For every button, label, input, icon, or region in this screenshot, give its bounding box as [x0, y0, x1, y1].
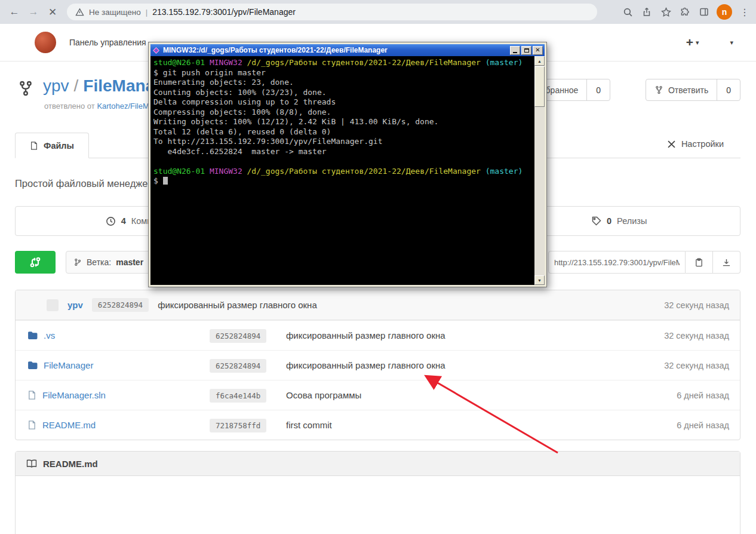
- repo-owner-link[interactable]: ypv: [43, 76, 69, 95]
- minimize-button[interactable]: [510, 46, 520, 55]
- commit-sha-badge[interactable]: 6252824894: [210, 329, 266, 343]
- file-link[interactable]: FileManager.sln: [42, 390, 106, 400]
- tag-icon: [592, 216, 601, 226]
- chevron-down-icon: ▾: [696, 39, 699, 47]
- commit-message[interactable]: фиксированный размер главного окна: [286, 330, 664, 340]
- minimize-icon: [513, 52, 517, 53]
- browser-menu-icon[interactable]: ⋮: [738, 5, 751, 19]
- commit-message[interactable]: Осова программы: [286, 390, 677, 400]
- terminal-titlebar[interactable]: MINGW32:/d/_gogs/Работы студентов/2021-2…: [150, 44, 545, 56]
- git-compare-icon: [29, 256, 41, 268]
- scroll-up-icon[interactable]: ▲: [534, 56, 545, 66]
- create-new-button[interactable]: + ▾: [686, 35, 699, 50]
- bookmark-star-icon[interactable]: [659, 5, 672, 19]
- compare-button[interactable]: [15, 251, 56, 274]
- scrollbar-thumb[interactable]: [534, 66, 545, 107]
- terminal-scrollbar[interactable]: ▲ ▼: [534, 56, 545, 285]
- maximize-button[interactable]: [521, 46, 531, 55]
- blank-line: [153, 156, 531, 167]
- table-row: FileManager 6252824894 фиксированный раз…: [16, 350, 740, 380]
- file-icon: [27, 421, 36, 429]
- commit-age: 6 дней назад: [677, 391, 740, 400]
- back-icon[interactable]: ←: [5, 6, 24, 18]
- msys-icon: [152, 47, 160, 54]
- clone-url-input[interactable]: [548, 251, 686, 274]
- fork-icon: [654, 85, 663, 94]
- repo-description: Простой файловый менеджер: [15, 178, 153, 189]
- file-link[interactable]: .vs: [44, 330, 55, 340]
- plus-icon: +: [686, 35, 693, 50]
- tab-settings[interactable]: Настройки: [667, 139, 724, 149]
- commit-message[interactable]: фиксированный размер главного окна: [158, 300, 317, 310]
- commit-sha-badge[interactable]: 7218758ffd: [210, 419, 266, 432]
- tab-files[interactable]: Файлы: [15, 133, 89, 158]
- fork-button-group: Ответвить 0: [646, 79, 740, 101]
- maximize-icon: [524, 48, 529, 53]
- file-icon: [27, 391, 36, 400]
- forward-icon[interactable]: →: [24, 6, 43, 18]
- tools-icon: [667, 140, 676, 149]
- fork-count[interactable]: 0: [717, 79, 740, 100]
- git-branch-icon: [73, 258, 82, 266]
- commit-sha-badge[interactable]: 6252824894: [210, 359, 266, 373]
- terminal-title: MINGW32:/d/_gogs/Работы студентов/2021-2…: [163, 46, 507, 54]
- address-bar[interactable]: Не защищено | 213.155.192.79:3001/ypv/Fi…: [67, 4, 597, 20]
- file-link[interactable]: README.md: [42, 420, 96, 430]
- scroll-down-icon[interactable]: ▼: [534, 275, 545, 285]
- table-row: README.md 7218758ffd first commit 6 дней…: [16, 410, 740, 440]
- history-icon: [106, 216, 116, 226]
- terminal-output: stud@N26-01 MINGW32 /d/_gogs/Работы студ…: [150, 56, 534, 188]
- repo-forked-icon: [17, 80, 34, 97]
- clipboard-icon: [694, 258, 703, 267]
- browser-actions: n ⋮: [621, 4, 756, 20]
- commit-age: 32 секунд назад: [664, 300, 729, 310]
- browser-profile-avatar[interactable]: n: [717, 4, 732, 20]
- download-button[interactable]: [713, 251, 740, 274]
- table-row: .vs 6252824894 фиксированный размер глав…: [16, 320, 740, 350]
- latest-commit-row: ypv 6252824894 фиксированный размер глав…: [16, 290, 740, 320]
- commit-age: 32 секунд назад: [664, 361, 740, 370]
- close-button[interactable]: ✕: [533, 46, 543, 55]
- warning-icon: [75, 8, 84, 17]
- zoom-icon[interactable]: [621, 5, 634, 19]
- folder-icon: [27, 331, 38, 340]
- book-icon: [26, 459, 37, 468]
- commit-message[interactable]: фиксированный размер главного окна: [286, 360, 664, 370]
- share-icon[interactable]: [640, 5, 653, 19]
- terminal-body[interactable]: stud@N26-01 MINGW32 /d/_gogs/Работы студ…: [150, 56, 545, 285]
- nav-dashboard[interactable]: Панель управления: [69, 38, 146, 47]
- fork-button[interactable]: Ответвить: [646, 79, 717, 100]
- clone-url-widget: [548, 251, 740, 274]
- readme-title: README.md: [43, 459, 98, 469]
- gogs-logo-icon[interactable]: [35, 32, 56, 53]
- download-icon: [722, 258, 731, 267]
- file-icon: [30, 142, 38, 150]
- commit-age: 6 дней назад: [677, 421, 740, 430]
- extensions-icon[interactable]: [678, 5, 692, 19]
- terminal-prompt-line: stud@N26-01 MINGW32 /d/_gogs/Работы студ…: [153, 58, 531, 68]
- browser-toolbar: ← → ✕ Не защищено | 213.155.192.79:3001/…: [0, 0, 756, 24]
- file-link[interactable]: FileManager: [44, 360, 93, 370]
- chevron-down-icon: ▾: [730, 39, 733, 47]
- author-avatar: [47, 299, 59, 311]
- side-panel-icon[interactable]: [697, 5, 711, 19]
- commit-age: 32 секунд назад: [664, 331, 740, 340]
- commit-sha-badge[interactable]: f6ca4e144b: [210, 389, 266, 403]
- security-label: Не защищено: [89, 8, 141, 17]
- star-count[interactable]: 0: [586, 79, 610, 100]
- title-separator: /: [74, 76, 79, 95]
- stop-icon[interactable]: ✕: [43, 6, 62, 19]
- terminal-prompt-line: stud@N26-01 MINGW32 /d/_gogs/Работы студ…: [153, 167, 531, 177]
- copy-url-button[interactable]: [686, 251, 713, 274]
- user-menu-button[interactable]: ▾: [730, 39, 733, 47]
- security-separator: |: [146, 8, 147, 17]
- terminal-cursor: [163, 177, 168, 185]
- commit-author-link[interactable]: ypv: [67, 300, 83, 310]
- folder-icon: [27, 361, 38, 370]
- screen: ← → ✕ Не защищено | 213.155.192.79:3001/…: [0, 0, 756, 534]
- commit-sha-badge[interactable]: 6252824894: [92, 298, 149, 312]
- terminal-input-line: $: [153, 176, 531, 186]
- close-icon: ✕: [535, 47, 540, 53]
- terminal-window: MINGW32:/d/_gogs/Работы студентов/2021-2…: [148, 42, 547, 287]
- commit-message[interactable]: first commit: [286, 420, 677, 430]
